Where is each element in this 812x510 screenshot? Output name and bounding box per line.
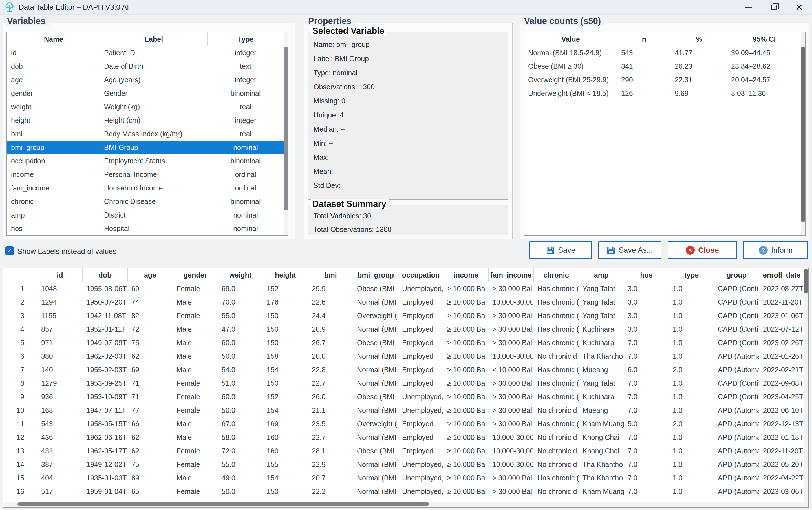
value-counts-table-header: Valuen%95% CI: [524, 32, 805, 46]
data-table-header-occupation[interactable]: occupation: [398, 268, 443, 282]
value-counts-header-95% CI[interactable]: 95% CI: [727, 32, 801, 46]
data-table-header-dob[interactable]: dob: [82, 268, 127, 282]
data-table-cell: 2023-04-25T: [759, 390, 804, 403]
data-table-cell: Employed: [398, 309, 443, 322]
data-table-row[interactable]: 165171959-01-04T65Female50.015022.2Norma…: [3, 485, 808, 498]
data-table-header-hos[interactable]: hos: [624, 268, 669, 282]
variables-header-Label[interactable]: Label: [100, 32, 207, 46]
data-table-cell: APD (Automa: [714, 444, 759, 458]
data-table-cell: Overweight (: [353, 309, 398, 322]
data-table-cell: 1949-12-02T: [82, 458, 127, 471]
data-table-header-income[interactable]: income: [443, 268, 488, 282]
variables-header-Type[interactable]: Type: [207, 32, 284, 46]
value-count-row[interactable]: Overweight (BMI 25-29.9)29022.3120.04–24…: [524, 73, 805, 87]
value-counts-scrollbar-thumb[interactable]: [801, 47, 805, 222]
data-table-header-enroll_date[interactable]: enroll_date: [759, 268, 804, 282]
variable-row[interactable]: chronicChronic Diseasebinominal: [7, 195, 288, 208]
data-table-row[interactable]: 143871949-12-02T75Female55.015522.9Norma…: [3, 458, 808, 471]
data-table-cell: Yang Talat: [579, 309, 624, 322]
data-table-row[interactable]: 115431958-05-15T66Male67.016923.5Overwei…: [3, 417, 808, 430]
variable-row[interactable]: heightHeight (cm)integer: [7, 114, 288, 127]
data-table-row[interactable]: 134311962-05-17T62Female72.016028.1Obese…: [3, 444, 808, 458]
variable-row[interactable]: idPatient IDinteger: [7, 46, 288, 59]
data-table-header-age[interactable]: age: [127, 268, 173, 282]
data-table-header-gender[interactable]: gender: [173, 268, 218, 282]
data-table-header-amp[interactable]: amp: [579, 268, 624, 282]
data-table-header-weight[interactable]: weight: [218, 268, 263, 282]
value-count-row[interactable]: Obese (BMI ≥ 30)34126.2323.84–28.62: [524, 59, 805, 73]
data-table-cell: Yang Talat: [579, 282, 624, 295]
data-table-header-type[interactable]: type: [669, 268, 714, 282]
data-table-cell: Unemployed,: [398, 403, 443, 417]
value-counts-header-Value[interactable]: Value: [524, 32, 617, 46]
data-table-hscroll-thumb[interactable]: [18, 502, 429, 506]
variable-row[interactable]: occupationEmployment Statusbinominal: [7, 154, 288, 168]
variables-header-Name[interactable]: Name: [7, 32, 100, 46]
data-table-row[interactable]: 110481955-08-06T69Female69.015229.9Obese…: [3, 282, 808, 295]
value-counts-header-%[interactable]: %: [671, 32, 727, 46]
data-table-horizontal-scrollbar[interactable]: [4, 502, 804, 507]
data-table-row[interactable]: 99361953-10-09T71Female60.015226.0Obese …: [3, 390, 808, 403]
data-table-cell: Has chronic (: [533, 336, 579, 350]
data-table-row[interactable]: 101681947-07-11T77Female50.015421.1Norma…: [3, 403, 808, 417]
data-table-row[interactable]: 311551942-11-08T82Female55.015024.4Overw…: [3, 309, 808, 322]
data-table-cell: CAPD (Conti: [714, 377, 759, 390]
variable-row[interactable]: genderGenderbinominal: [7, 87, 288, 100]
data-table-cell: 75: [127, 336, 173, 350]
data-table-header-rownum[interactable]: [3, 268, 37, 282]
show-labels-label[interactable]: Show Labels instead of values: [18, 247, 116, 256]
data-table-row[interactable]: 124361962-06-16T62Male58.016022.7Normal …: [3, 430, 808, 444]
data-table-header-bmi[interactable]: bmi: [308, 268, 353, 282]
variable-row[interactable]: bmiBody Mass Index (kg/m²)real: [7, 127, 288, 141]
variables-vertical-scrollbar[interactable]: [284, 32, 288, 235]
data-table-header-height[interactable]: height: [263, 268, 308, 282]
data-table-row[interactable]: 71401955-02-03T69Male54.015422.8Normal (…: [3, 363, 808, 377]
variable-cell: integer: [207, 114, 284, 127]
value-counts-vertical-scrollbar[interactable]: [801, 32, 805, 235]
variable-cell: income: [7, 168, 100, 181]
data-table-cell: APD (Automa: [714, 417, 759, 430]
data-table-vscroll-thumb[interactable]: [804, 269, 808, 293]
save-button[interactable]: Save: [529, 241, 592, 259]
data-table-cell: 26.0: [308, 390, 353, 403]
value-count-row[interactable]: Normal (BMI 18.5-24.9)54341.7739.09–44.4…: [524, 46, 805, 59]
value-count-row[interactable]: Underweight (BMI < 18.5)1269.698.08–11.3…: [524, 87, 805, 100]
variable-row[interactable]: incomePersonal Incomeordinal: [7, 168, 288, 181]
value-counts-table: Valuen%95% CI Normal (BMI 18.5-24.9)5434…: [524, 32, 806, 236]
data-table-cell: Normal (BMI: [353, 350, 398, 363]
variable-row[interactable]: hosHospitalnominal: [7, 222, 288, 235]
data-table-header-fam_income[interactable]: fam_income: [488, 268, 533, 282]
data-table-cell: Has chronic (: [533, 322, 579, 336]
data-table-header-bmi_group[interactable]: bmi_group: [353, 268, 398, 282]
variable-row[interactable]: ageAge (years)integer: [7, 73, 288, 87]
close-button[interactable]: ✕ Close: [668, 241, 737, 259]
data-table-row[interactable]: 63801962-02-03T62Male50.015820.0Normal (…: [3, 350, 808, 363]
value-counts-header-n[interactable]: n: [617, 32, 671, 46]
close-window-button[interactable]: ✕: [787, 0, 812, 14]
variables-scrollbar-thumb[interactable]: [284, 47, 288, 210]
data-table-header-group[interactable]: group: [714, 268, 759, 282]
data-table-row[interactable]: 154041935-01-03T89Male49.015420.7Normal …: [3, 471, 808, 485]
data-table-header-id[interactable]: id: [37, 268, 82, 282]
inform-button[interactable]: ? Inform: [743, 241, 808, 259]
variable-row[interactable]: dobDate of Birthtext: [7, 59, 288, 73]
variable-row[interactable]: weightWeight (kg)real: [7, 100, 288, 114]
data-table-header-chronic[interactable]: chronic: [533, 268, 579, 282]
data-table-cell: 7.0: [624, 403, 669, 417]
variable-row[interactable]: fam_incomeHousehold Incomeordinal: [7, 181, 288, 195]
show-labels-checkbox[interactable]: ✓: [5, 246, 14, 255]
data-table-row[interactable]: 48571952-01-11T72Male47.015020.9Normal (…: [3, 322, 808, 336]
data-table-cell: 3.0: [624, 309, 669, 322]
minimize-button[interactable]: [736, 0, 761, 14]
data-table-cell: > 30,000 Bal: [488, 417, 533, 430]
data-table-row[interactable]: 812791953-09-25T71Female51.015022.7Norma…: [3, 377, 808, 390]
variable-row[interactable]: bmi_groupBMI Groupnominal: [7, 141, 288, 154]
save-as-button[interactable]: Save As...: [598, 241, 662, 259]
data-table-row[interactable]: 59711949-07-09T75Male60.015026.7Obese (B…: [3, 336, 808, 350]
variable-row[interactable]: ampDistrictnominal: [7, 208, 288, 222]
data-table-vertical-scrollbar[interactable]: [804, 268, 808, 507]
data-table-cell: ≥ 10,000 Bal: [443, 485, 488, 498]
data-table-row[interactable]: 212941950-07-20T74Male70.017622.6Normal …: [3, 295, 808, 309]
restore-button[interactable]: [761, 0, 787, 14]
data-table-cell: 11: [3, 417, 37, 430]
